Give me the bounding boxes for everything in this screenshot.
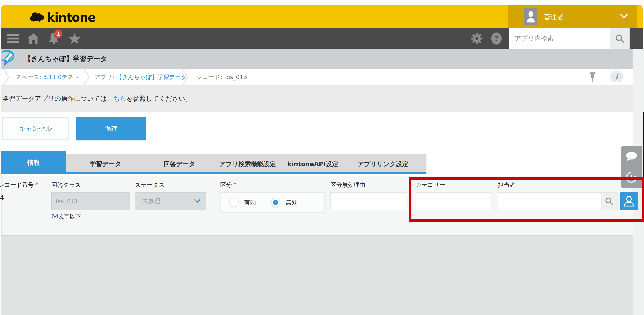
page: kintone 管理者 1 ? xyxy=(0,0,644,315)
tab-kintone-api-settings[interactable]: kintoneAPI設定 xyxy=(286,154,340,174)
floating-side-panel xyxy=(621,146,642,188)
chat-bubble-icon xyxy=(625,151,638,162)
history-icon xyxy=(626,172,637,183)
status-select[interactable]: 未処理 xyxy=(135,192,206,210)
home-icon[interactable] xyxy=(26,28,41,49)
logo-wordmark: kintone xyxy=(47,11,96,25)
category-label: カテゴリー xyxy=(416,181,445,189)
save-button[interactable]: 保存 xyxy=(76,117,146,140)
chevron-down-icon xyxy=(620,13,628,19)
pin-icon[interactable] xyxy=(589,72,597,83)
search-icon xyxy=(605,197,614,206)
breadcrumb-item-app: アプリ: 【きんちゃぼ】学習データ xyxy=(94,73,187,81)
tab-learning-data[interactable]: 学習データ xyxy=(78,154,134,174)
assignee-input[interactable] xyxy=(498,193,601,210)
tab-info[interactable]: 情報 xyxy=(1,151,66,174)
breadcrumb-item-space: スペース: 3.11.0テスト xyxy=(16,73,80,81)
breadcrumb-chevron-icon xyxy=(83,69,90,86)
app-search-button[interactable] xyxy=(610,28,630,49)
notice-link[interactable]: こちら xyxy=(107,95,126,102)
header-bar: kintone 管理者 xyxy=(1,5,642,28)
kintone-logo: kintone xyxy=(29,11,96,25)
radio-option-valid[interactable]: 有効 xyxy=(229,198,256,207)
content-bottom-area xyxy=(1,235,632,315)
tab-answer-data[interactable]: 回答データ xyxy=(153,154,206,174)
notification-badge: 1 xyxy=(54,29,63,39)
actions-bar: キャンセル 保存 xyxy=(1,112,632,149)
answer-class-label: 回答クラス xyxy=(51,181,81,189)
tab-app-search-settings[interactable]: アプリ検索機能設定 xyxy=(213,154,282,174)
status-label: ステータス xyxy=(135,181,164,189)
chevron-down-icon xyxy=(194,199,201,204)
breadcrumb-chevron-icon xyxy=(182,69,188,86)
comments-button[interactable] xyxy=(621,146,642,167)
star-icon[interactable] xyxy=(66,28,82,49)
svg-text:?: ? xyxy=(494,34,499,43)
cloud-logo-icon xyxy=(29,11,45,24)
answer-class-input[interactable] xyxy=(51,192,130,210)
required-asterisk: * xyxy=(234,181,236,188)
user-name: 管理者 xyxy=(543,13,564,22)
kubun-reason-input[interactable] xyxy=(330,192,407,210)
search-icon xyxy=(615,34,624,43)
app-title: 【きんちゃぼ】学習データ xyxy=(24,54,107,63)
breadcrumb-link-app[interactable]: 【きんちゃぼ】学習データ xyxy=(116,74,187,81)
tab-app-link-settings[interactable]: アプリリンク設定 xyxy=(350,154,416,174)
assignee-label: 担当者 xyxy=(498,181,515,189)
assignee-user-picker-button[interactable] xyxy=(620,192,638,210)
breadcrumb-item-record: レコード: tes_013 xyxy=(197,73,247,81)
app-pencil-icon xyxy=(2,50,22,68)
gear-icon[interactable] xyxy=(468,28,485,49)
window-edge-line xyxy=(643,112,644,178)
person-icon xyxy=(624,196,634,207)
notice-text: 学習データアプリの操作についてはこちらを参照してください。 xyxy=(2,94,192,103)
required-asterisk: * xyxy=(35,181,38,188)
record-number-label: レコード番号* xyxy=(0,181,38,189)
record-history-button[interactable] xyxy=(621,167,642,187)
breadcrumb-chevron-icon xyxy=(3,69,10,86)
person-icon xyxy=(526,11,535,23)
radio-checked-icon[interactable] xyxy=(271,198,280,207)
kubun-label: 区分* xyxy=(220,181,236,189)
user-avatar xyxy=(524,8,537,25)
app-title-bar: 【きんちゃぼ】学習データ xyxy=(1,49,632,69)
tab-zone: 情報 学習データ 回答データ アプリ検索機能設定 kintoneAPI設定 アプ… xyxy=(1,149,632,176)
notice-banner: 学習データアプリの操作についてはこちらを参照してください。 xyxy=(1,85,632,112)
app-search-input[interactable] xyxy=(509,28,610,49)
breadcrumb-link-space[interactable]: 3.11.0テスト xyxy=(43,74,80,81)
cancel-button[interactable]: キャンセル xyxy=(2,117,68,140)
record-form: レコード番号* 4 回答クラス 64文字以下 ステータス 未処理 区分* 有効 … xyxy=(1,176,632,235)
help-icon[interactable]: ? xyxy=(488,28,505,49)
radio-unchecked-icon[interactable] xyxy=(229,198,238,207)
kubun-reason-label: 区分無効理由 xyxy=(330,181,365,189)
tab-underline xyxy=(1,172,426,174)
record-number-value: 4 xyxy=(0,194,4,201)
breadcrumb: スペース: 3.11.0テスト アプリ: 【きんちゃぼ】学習データ レコード: … xyxy=(1,69,632,85)
user-menu[interactable]: 管理者 xyxy=(508,5,637,28)
category-input[interactable] xyxy=(416,192,491,210)
nav-bar: 1 ? xyxy=(1,28,642,49)
hamburger-menu-icon[interactable] xyxy=(6,28,20,49)
assignee-field xyxy=(498,192,618,210)
assignee-search-button[interactable] xyxy=(601,193,617,210)
radio-option-invalid[interactable]: 無効 xyxy=(271,198,298,207)
kubun-radio-group: 有効 無効 xyxy=(220,192,325,213)
answer-class-helper: 64文字以下 xyxy=(51,213,81,220)
